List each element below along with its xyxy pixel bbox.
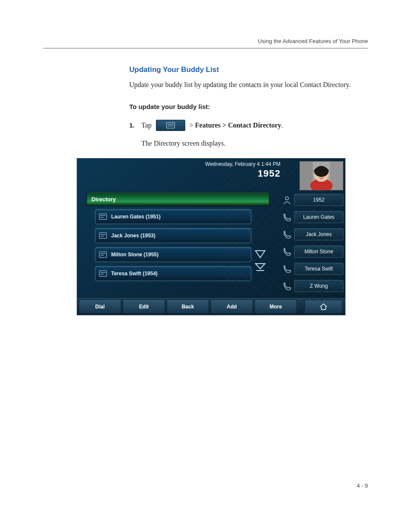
speed-dial-label: Lauren Gates (303, 214, 335, 220)
softkey-edit[interactable]: Edit (123, 300, 165, 314)
person-icon (282, 195, 292, 205)
softkey-label: Dial (95, 304, 105, 310)
softkey-label: More (270, 304, 282, 310)
softkey-dial[interactable]: Dial (79, 300, 121, 314)
step-tail: > Features > Contact Directory. (190, 121, 283, 130)
step-1: 1. Tap > Features > Contact Directory. (129, 120, 368, 131)
handset-icon (282, 281, 292, 291)
softkey-bar: Dial Edit Back Add More (77, 298, 345, 315)
handset-icon (282, 264, 292, 274)
speed-dial-label: 1952 (313, 197, 325, 203)
step-tail-prefix: > (190, 121, 195, 129)
step-lead: Tap (141, 121, 152, 130)
speed-dial-row[interactable]: Teresa Swift (282, 262, 343, 276)
content: Updating Your Buddy List Update your bud… (129, 65, 368, 148)
contact-label: Lauren Gates (1951) (111, 214, 161, 220)
contact-row[interactable]: Teresa Swift (1954) (95, 266, 251, 281)
handset-icon (282, 230, 292, 239)
speed-dial-row[interactable]: Milton Stone (282, 245, 343, 258)
speed-dial-column: 1952 Lauren Gates Jack Jones Milton Ston… (282, 193, 343, 296)
screen-title: Directory (91, 196, 116, 202)
phone-screenshot: Wednesday, February 4 1:44 PM 1952 Direc… (77, 158, 346, 315)
contact-row[interactable]: Jack Jones (1953) (95, 228, 251, 243)
screen-title-bar: Directory (87, 192, 269, 206)
contact-row[interactable]: Lauren Gates (1951) (95, 209, 251, 224)
scroll-end-icon[interactable] (255, 263, 266, 272)
speed-dial-label: Jack Jones (306, 231, 332, 237)
handset-icon (282, 247, 292, 256)
step-number: 1. (129, 121, 137, 130)
speed-dial-row[interactable]: 1952 (282, 193, 343, 207)
status-datetime: Wednesday, February 4 1:44 PM (77, 161, 280, 167)
page-footer: 4 - 9 (357, 482, 368, 489)
step-tail-bold: Features > Contact Directory (195, 121, 281, 129)
softkey-more[interactable]: More (255, 300, 297, 314)
step-result: The Directory screen displays. (141, 139, 368, 148)
menu-key-icon (156, 120, 185, 131)
home-icon (319, 303, 328, 311)
softkey-label: Back (182, 304, 194, 310)
section-intro: Update your buddy list by updating the c… (129, 80, 368, 90)
scroll-down-icon[interactable] (255, 249, 266, 258)
svg-point-6 (323, 174, 324, 175)
contact-label: Milton Stone (1955) (111, 252, 159, 258)
speed-dial-label: Z Wong (310, 283, 328, 289)
svg-point-5 (318, 174, 319, 175)
speed-dial-row[interactable]: Lauren Gates (282, 210, 343, 224)
contact-card-icon (99, 252, 107, 258)
speed-dial-label: Teresa Swift (305, 266, 333, 272)
speed-dial-row[interactable]: Z Wong (282, 279, 343, 293)
avatar (299, 161, 343, 190)
scroll-arrows (254, 249, 267, 272)
softkey-label: Add (227, 304, 237, 310)
svg-marker-7 (255, 251, 265, 258)
contact-card-icon (99, 214, 107, 220)
handset-icon (282, 212, 292, 222)
step-tail-suffix: . (281, 121, 283, 129)
section-subheading: To update your buddy list: (129, 103, 368, 111)
page-header: Using the Advanced Features of Your Phon… (43, 38, 368, 49)
softkey-add[interactable]: Add (211, 300, 253, 314)
softkey-back[interactable]: Back (167, 300, 209, 314)
contact-card-icon (99, 233, 107, 239)
section-heading: Updating Your Buddy List (129, 65, 368, 75)
svg-point-10 (285, 197, 288, 200)
speed-dial-row[interactable]: Jack Jones (282, 227, 343, 241)
home-button[interactable] (305, 300, 342, 314)
contact-label: Teresa Swift (1954) (111, 271, 158, 277)
speed-dial-label: Milton Stone (305, 249, 333, 255)
softkey-label: Edit (139, 304, 149, 310)
contact-card-icon (99, 271, 107, 277)
svg-marker-8 (255, 264, 265, 269)
contact-label: Jack Jones (1953) (111, 233, 156, 239)
contact-row[interactable]: Milton Stone (1955) (95, 247, 251, 262)
status-extension: 1952 (77, 168, 280, 179)
contact-list: Lauren Gates (1951) Jack Jones (1953) Mi… (95, 209, 251, 285)
